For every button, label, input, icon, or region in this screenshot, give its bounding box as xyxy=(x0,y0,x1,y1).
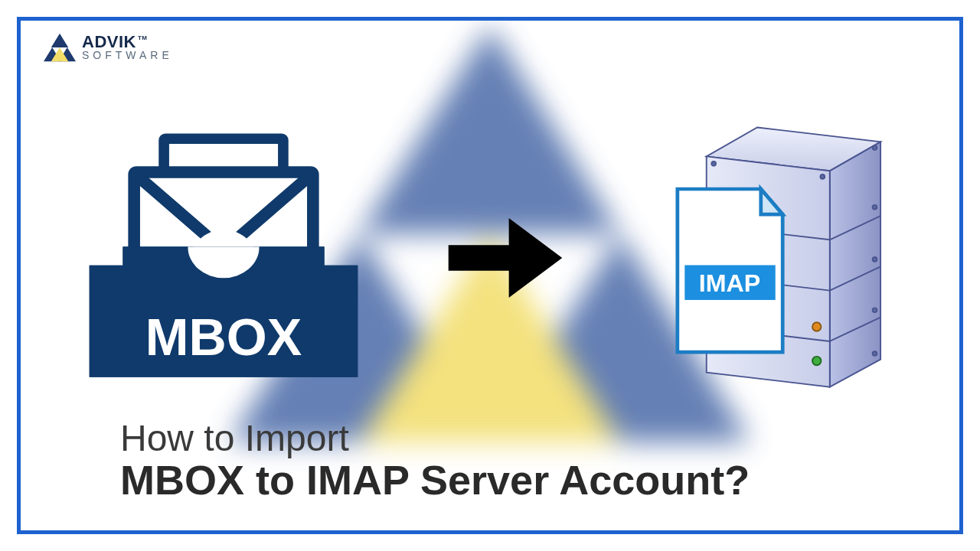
mbox-icon: MBOX xyxy=(82,128,365,388)
brand-name: ADVIK xyxy=(82,34,136,51)
svg-point-29 xyxy=(873,351,877,356)
svg-point-25 xyxy=(873,145,877,150)
logo-mark-icon xyxy=(44,31,76,64)
headline-line2: MBOX to IMAP Server Account? xyxy=(120,456,913,504)
brand-logo: ADVIK TM SOFTWARE xyxy=(44,31,173,64)
svg-point-31 xyxy=(812,357,821,365)
svg-marker-15 xyxy=(830,142,880,386)
banner-frame: ADVIK TM SOFTWARE xyxy=(17,17,963,534)
brand-subline: SOFTWARE xyxy=(82,51,173,60)
svg-point-24 xyxy=(820,174,825,179)
svg-marker-4 xyxy=(51,34,68,47)
imap-server-icon: IMAP xyxy=(645,120,898,396)
illustration-row: MBOX xyxy=(82,120,898,396)
headline: How to Import MBOX to IMAP Server Accoun… xyxy=(120,417,913,504)
imap-label: IMAP xyxy=(699,269,761,297)
svg-point-27 xyxy=(873,257,877,262)
svg-point-28 xyxy=(873,308,877,312)
svg-point-30 xyxy=(812,322,821,331)
svg-point-26 xyxy=(873,205,877,210)
mbox-label: MBOX xyxy=(145,308,302,366)
svg-point-23 xyxy=(711,161,716,166)
arrow-right-icon xyxy=(440,208,570,308)
headline-line1: How to Import xyxy=(120,417,913,459)
brand-tm: TM xyxy=(138,35,148,41)
